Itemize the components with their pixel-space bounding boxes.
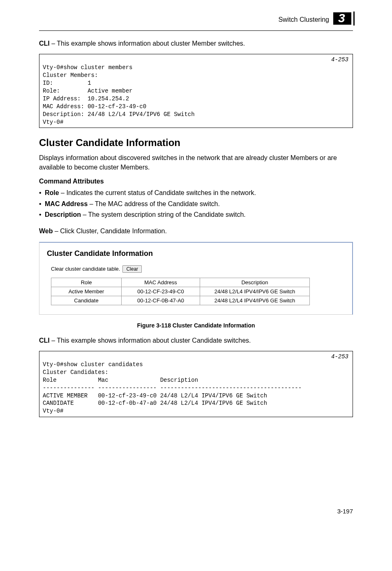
panel-title: Cluster Candidate Information (47, 249, 345, 258)
col-description: Description (200, 278, 310, 287)
web-prefix: Web (39, 227, 53, 234)
header-section-title: Switch Clustering (278, 16, 329, 23)
chapter-number: 3 (338, 11, 345, 25)
candidate-table: Role MAC Address Description Active Memb… (51, 278, 310, 305)
cli-members-output: 4-253Vty-0#show cluster members Cluster … (39, 54, 353, 128)
table-row: Active Member 00-12-CF-23-49-C0 24/48 L2… (51, 287, 310, 296)
cli-prefix: CLI (39, 337, 50, 344)
clear-button[interactable]: Clear (122, 265, 142, 273)
code-ref-link[interactable]: 4-253 (331, 56, 348, 64)
cli-members-lines: Vty-0#show cluster members Cluster Membe… (43, 64, 195, 125)
cell-description: 24/48 L2/L4 IPV4/IPV6 GE Switch (200, 287, 310, 296)
section-title: Cluster Candidate Information (39, 137, 353, 149)
code-ref-link[interactable]: 4-253 (331, 353, 348, 361)
cli-prefix: CLI (39, 40, 50, 47)
chapter-badge: 3 (333, 12, 353, 27)
cli-candidates-intro: CLI – This example shows information abo… (39, 336, 353, 345)
attribute-item-role: Role – Indicates the current status of C… (39, 188, 353, 197)
header-rule (39, 30, 353, 31)
attribute-item-mac: MAC Address – The MAC address of the Can… (39, 200, 353, 209)
cli-intro-text: – This example shows information about c… (50, 337, 251, 344)
web-text: – Click Cluster, Candidate Information. (53, 227, 166, 234)
cell-role: Candidate (51, 296, 122, 305)
attribute-list: Role – Indicates the current status of C… (39, 188, 353, 219)
cli-candidates-output: 4-253Vty-0#show cluster candidates Clust… (39, 351, 353, 417)
page-number: 3-197 (39, 508, 353, 515)
section-description: Displays information about discovered sw… (39, 153, 353, 172)
cell-mac: 00-12-CF-0B-47-A0 (122, 296, 200, 305)
cli-candidates-lines: Vty-0#show cluster candidates Cluster Ca… (43, 361, 302, 414)
cell-description: 24/48 L2/L4 IPV4/IPV6 GE Switch (200, 296, 310, 305)
cli-members-intro: CLI – This example shows information abo… (39, 39, 353, 48)
cli-intro-text: – This example shows information about c… (50, 40, 245, 47)
clear-label: Clear cluster candidate table. (51, 266, 120, 272)
page-header: Switch Clustering 3 (39, 12, 353, 27)
table-header-row: Role MAC Address Description (51, 278, 310, 287)
command-attributes-heading: Command Attributes (39, 178, 353, 185)
col-role: Role (51, 278, 122, 287)
col-mac: MAC Address (122, 278, 200, 287)
figure-caption: Figure 3-118 Cluster Candidate Informati… (39, 322, 353, 329)
web-instruction: Web – Click Cluster, Candidate Informati… (39, 227, 353, 236)
cell-role: Active Member (51, 287, 122, 296)
table-row: Candidate 00-12-CF-0B-47-A0 24/48 L2/L4 … (51, 296, 310, 305)
attribute-item-description: Description – The system description str… (39, 210, 353, 219)
web-panel: Cluster Candidate Information Clear clus… (39, 242, 353, 315)
cell-mac: 00-12-CF-23-49-C0 (122, 287, 200, 296)
